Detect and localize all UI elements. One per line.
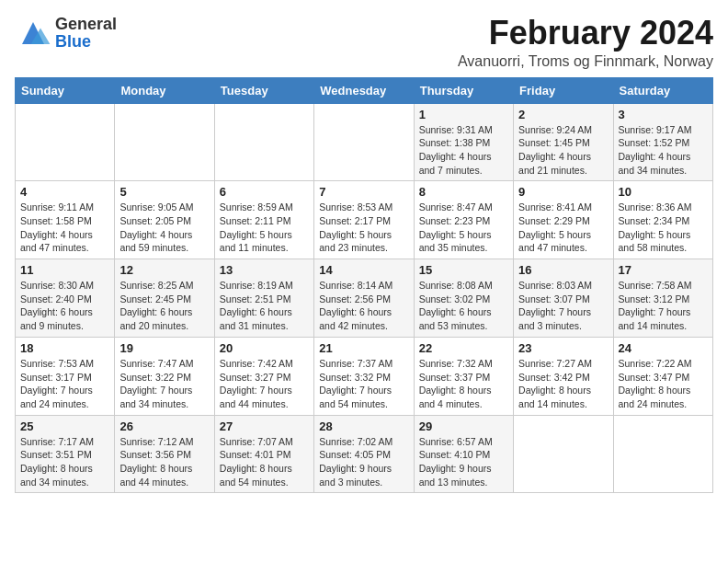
calendar-cell: 5Sunrise: 9:05 AMSunset: 2:05 PMDaylight… <box>115 181 214 259</box>
day-info: Sunrise: 7:02 AMSunset: 4:05 PMDaylight:… <box>319 435 408 489</box>
day-info: Sunrise: 6:57 AMSunset: 4:10 PMDaylight:… <box>419 435 508 489</box>
day-info: Sunrise: 9:31 AMSunset: 1:38 PMDaylight:… <box>419 123 508 178</box>
day-info: Sunrise: 8:47 AMSunset: 2:23 PMDaylight:… <box>419 201 508 255</box>
day-info: Sunrise: 9:17 AMSunset: 1:52 PMDaylight:… <box>619 123 708 178</box>
sub-title: Avanuorri, Troms og Finnmark, Norway <box>458 53 713 70</box>
week-row-4: 25Sunrise: 7:17 AMSunset: 3:51 PMDayligh… <box>16 415 713 493</box>
calendar-cell: 16Sunrise: 8:03 AMSunset: 3:07 PMDayligh… <box>514 259 613 338</box>
day-number: 12 <box>119 263 209 277</box>
calendar-cell: 21Sunrise: 7:37 AMSunset: 3:32 PMDayligh… <box>314 337 414 415</box>
day-number: 19 <box>119 341 209 355</box>
day-number: 20 <box>220 341 309 355</box>
calendar-cell: 1Sunrise: 9:31 AMSunset: 1:38 PMDaylight… <box>414 103 513 181</box>
day-number: 9 <box>518 185 608 199</box>
day-number: 4 <box>20 185 109 199</box>
weekday-header-monday: Monday <box>115 77 214 103</box>
day-number: 28 <box>319 419 408 433</box>
header: General Blue February 2024 Avanuorri, Tr… <box>15 15 713 70</box>
weekday-header-thursday: Thursday <box>414 77 513 103</box>
calendar-cell: 9Sunrise: 8:41 AMSunset: 2:29 PMDaylight… <box>514 181 613 259</box>
calendar-cell: 27Sunrise: 7:07 AMSunset: 4:01 PMDayligh… <box>214 415 313 493</box>
day-info: Sunrise: 8:30 AMSunset: 2:40 PMDaylight:… <box>20 279 109 333</box>
calendar-cell: 6Sunrise: 8:59 AMSunset: 2:11 PMDaylight… <box>214 181 313 259</box>
day-info: Sunrise: 7:32 AMSunset: 3:37 PMDaylight:… <box>419 357 508 411</box>
calendar-cell: 26Sunrise: 7:12 AMSunset: 3:56 PMDayligh… <box>115 415 214 493</box>
calendar-cell: 13Sunrise: 8:19 AMSunset: 2:51 PMDayligh… <box>214 259 313 338</box>
calendar-cell: 12Sunrise: 8:25 AMSunset: 2:45 PMDayligh… <box>115 259 214 338</box>
calendar-cell: 24Sunrise: 7:22 AMSunset: 3:47 PMDayligh… <box>613 337 712 415</box>
day-info: Sunrise: 7:37 AMSunset: 3:32 PMDaylight:… <box>319 357 408 411</box>
calendar-cell: 14Sunrise: 8:14 AMSunset: 2:56 PMDayligh… <box>314 259 414 338</box>
day-number: 25 <box>20 419 109 433</box>
day-info: Sunrise: 7:53 AMSunset: 3:17 PMDaylight:… <box>20 357 109 411</box>
calendar-cell: 11Sunrise: 8:30 AMSunset: 2:40 PMDayligh… <box>16 259 115 338</box>
weekday-header-row: SundayMondayTuesdayWednesdayThursdayFrid… <box>16 77 713 103</box>
day-info: Sunrise: 8:14 AMSunset: 2:56 PMDaylight:… <box>319 279 408 333</box>
calendar-cell: 19Sunrise: 7:47 AMSunset: 3:22 PMDayligh… <box>115 337 214 415</box>
day-number: 16 <box>518 263 608 277</box>
calendar-cell: 20Sunrise: 7:42 AMSunset: 3:27 PMDayligh… <box>214 337 313 415</box>
day-info: Sunrise: 7:27 AMSunset: 3:42 PMDaylight:… <box>518 357 608 411</box>
day-info: Sunrise: 8:36 AMSunset: 2:34 PMDaylight:… <box>619 201 708 255</box>
day-info: Sunrise: 8:59 AMSunset: 2:11 PMDaylight:… <box>220 201 309 255</box>
day-info: Sunrise: 7:12 AMSunset: 3:56 PMDaylight:… <box>119 435 209 489</box>
calendar-cell <box>214 103 313 181</box>
logo-icon <box>15 15 51 52</box>
calendar-cell: 2Sunrise: 9:24 AMSunset: 1:45 PMDaylight… <box>514 103 613 181</box>
day-number: 18 <box>20 341 109 355</box>
day-number: 10 <box>619 185 708 199</box>
calendar-cell <box>514 415 613 493</box>
day-number: 11 <box>20 263 109 277</box>
calendar-table: SundayMondayTuesdayWednesdayThursdayFrid… <box>15 77 713 494</box>
calendar-cell: 28Sunrise: 7:02 AMSunset: 4:05 PMDayligh… <box>314 415 414 493</box>
weekday-header-sunday: Sunday <box>16 77 115 103</box>
page-container: General Blue February 2024 Avanuorri, Tr… <box>15 15 713 493</box>
day-number: 6 <box>220 185 309 199</box>
day-info: Sunrise: 8:19 AMSunset: 2:51 PMDaylight:… <box>220 279 309 333</box>
calendar-cell: 8Sunrise: 8:47 AMSunset: 2:23 PMDaylight… <box>414 181 513 259</box>
day-number: 7 <box>319 185 408 199</box>
week-row-3: 18Sunrise: 7:53 AMSunset: 3:17 PMDayligh… <box>16 337 713 415</box>
logo: General Blue <box>15 15 117 52</box>
week-row-2: 11Sunrise: 8:30 AMSunset: 2:40 PMDayligh… <box>16 259 713 338</box>
calendar-cell: 10Sunrise: 8:36 AMSunset: 2:34 PMDayligh… <box>613 181 712 259</box>
weekday-header-saturday: Saturday <box>613 77 712 103</box>
calendar-cell: 3Sunrise: 9:17 AMSunset: 1:52 PMDaylight… <box>613 103 712 181</box>
day-number: 29 <box>419 419 508 433</box>
day-number: 21 <box>319 341 408 355</box>
calendar-cell: 18Sunrise: 7:53 AMSunset: 3:17 PMDayligh… <box>16 337 115 415</box>
day-number: 23 <box>518 341 608 355</box>
calendar-cell <box>613 415 712 493</box>
day-number: 13 <box>220 263 309 277</box>
day-number: 1 <box>419 108 508 121</box>
calendar-cell <box>314 103 414 181</box>
day-info: Sunrise: 8:53 AMSunset: 2:17 PMDaylight:… <box>319 201 408 255</box>
day-number: 24 <box>619 341 708 355</box>
day-info: Sunrise: 7:07 AMSunset: 4:01 PMDaylight:… <box>220 435 309 489</box>
title-area: February 2024 Avanuorri, Troms og Finnma… <box>458 15 713 70</box>
week-row-1: 4Sunrise: 9:11 AMSunset: 1:58 PMDaylight… <box>16 181 713 259</box>
weekday-header-friday: Friday <box>514 77 613 103</box>
calendar-cell: 23Sunrise: 7:27 AMSunset: 3:42 PMDayligh… <box>514 337 613 415</box>
main-title: February 2024 <box>458 15 713 52</box>
day-info: Sunrise: 7:47 AMSunset: 3:22 PMDaylight:… <box>119 357 209 411</box>
weekday-header-tuesday: Tuesday <box>214 77 313 103</box>
day-number: 8 <box>419 185 508 199</box>
calendar-cell <box>115 103 214 181</box>
day-info: Sunrise: 8:03 AMSunset: 3:07 PMDaylight:… <box>518 279 608 333</box>
day-info: Sunrise: 7:42 AMSunset: 3:27 PMDaylight:… <box>220 357 309 411</box>
day-number: 14 <box>319 263 408 277</box>
weekday-header-wednesday: Wednesday <box>314 77 414 103</box>
day-number: 15 <box>419 263 508 277</box>
week-row-0: 1Sunrise: 9:31 AMSunset: 1:38 PMDaylight… <box>16 103 713 181</box>
day-info: Sunrise: 7:17 AMSunset: 3:51 PMDaylight:… <box>20 435 109 489</box>
calendar-cell: 15Sunrise: 8:08 AMSunset: 3:02 PMDayligh… <box>414 259 513 338</box>
calendar-cell: 4Sunrise: 9:11 AMSunset: 1:58 PMDaylight… <box>16 181 115 259</box>
calendar-cell <box>16 103 115 181</box>
day-number: 3 <box>619 108 708 121</box>
logo-general: General <box>55 16 117 33</box>
logo-blue: Blue <box>55 33 117 51</box>
day-info: Sunrise: 7:58 AMSunset: 3:12 PMDaylight:… <box>619 279 708 333</box>
day-number: 26 <box>119 419 209 433</box>
day-info: Sunrise: 7:22 AMSunset: 3:47 PMDaylight:… <box>619 357 708 411</box>
